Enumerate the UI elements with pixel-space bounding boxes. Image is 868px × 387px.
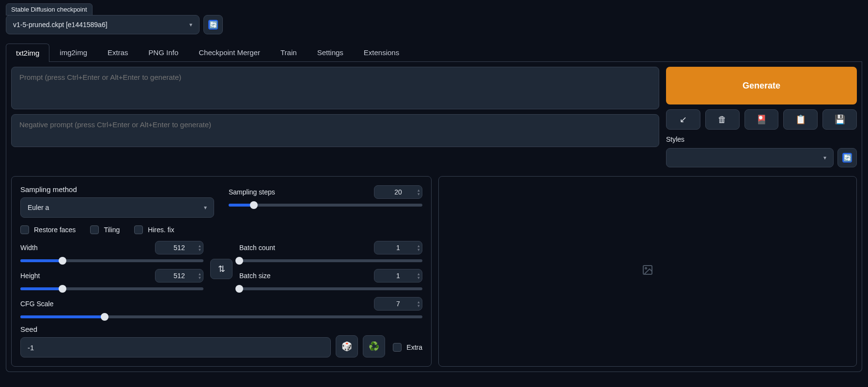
random-seed-button[interactable]: 🎲	[336, 335, 358, 357]
width-input[interactable]: 512 ▴▾	[155, 241, 203, 254]
sampling-method-dropdown[interactable]: Euler a ▾	[20, 197, 214, 218]
refresh-checkpoint-button[interactable]: 🔄	[203, 15, 223, 34]
arrow-icon: ↙	[680, 114, 687, 125]
cfg-scale-input[interactable]: 7 ▴▾	[374, 297, 422, 311]
height-label: Height	[20, 272, 40, 280]
spinner-icon: ▴▾	[418, 244, 420, 252]
chevron-down-icon: ▾	[823, 154, 826, 161]
batch-size-input[interactable]: 1 ▴▾	[374, 269, 422, 283]
tab-extensions[interactable]: Extensions	[354, 43, 409, 61]
generate-button[interactable]: Generate	[666, 67, 857, 104]
spinner-icon: ▴▾	[418, 188, 420, 196]
read-params-button[interactable]: ↙	[666, 109, 700, 130]
refresh-icon: 🔄	[208, 20, 218, 30]
prompt-input[interactable]	[11, 67, 659, 109]
svg-point-1	[645, 268, 647, 269]
clear-prompt-button[interactable]: 🗑	[705, 109, 740, 130]
recycle-icon: ♻️	[369, 341, 379, 352]
checkbox-icon	[393, 343, 402, 352]
show-extra-button[interactable]: 🎴	[744, 109, 779, 130]
batch-count-slider[interactable]	[239, 259, 422, 262]
width-label: Width	[20, 244, 38, 252]
negative-prompt-input[interactable]	[11, 114, 659, 147]
tab-settings[interactable]: Settings	[307, 43, 354, 61]
hires-fix-checkbox[interactable]: Hires. fix	[134, 225, 174, 234]
art-icon: 🎴	[756, 114, 767, 125]
styles-label: Styles	[666, 135, 857, 143]
swap-dimensions-button[interactable]: ⇅	[210, 259, 232, 279]
spinner-icon: ▴▾	[418, 300, 420, 308]
checkbox-icon	[90, 225, 99, 234]
batch-size-slider[interactable]	[239, 287, 422, 290]
batch-size-label: Batch size	[239, 272, 271, 280]
seed-extra-checkbox[interactable]: Extra	[393, 343, 422, 352]
checkpoint-value: v1-5-pruned.ckpt [e1441589a6]	[13, 21, 108, 29]
seed-input[interactable]	[20, 337, 331, 357]
sampling-method-value: Euler a	[28, 204, 49, 211]
refresh-icon: 🔄	[842, 153, 852, 163]
settings-panel: Sampling method Euler a ▾ Sampling steps…	[11, 176, 432, 367]
checkpoint-dropdown[interactable]: v1-5-pruned.ckpt [e1441589a6] ▾	[6, 15, 200, 34]
styles-dropdown[interactable]: ▾	[666, 148, 834, 167]
image-placeholder-icon	[642, 264, 653, 279]
dice-icon: 🎲	[341, 341, 352, 352]
checkbox-icon	[134, 225, 143, 234]
sampling-method-label: Sampling method	[20, 185, 214, 194]
checkbox-icon	[20, 225, 29, 234]
chevron-down-icon: ▾	[189, 21, 192, 28]
height-input[interactable]: 512 ▴▾	[155, 269, 203, 283]
spinner-icon: ▴▾	[199, 244, 201, 252]
sampling-steps-input[interactable]: 20 ▴▾	[374, 185, 422, 199]
tab-img2img[interactable]: img2img	[49, 43, 97, 61]
tiling-checkbox[interactable]: Tiling	[90, 225, 120, 234]
batch-count-label: Batch count	[239, 244, 275, 252]
tab-txt2img[interactable]: txt2img	[6, 44, 49, 62]
spinner-icon: ▴▾	[418, 272, 420, 280]
checkpoint-label: Stable Diffusion checkpoint	[6, 3, 93, 15]
restore-faces-checkbox[interactable]: Restore faces	[20, 225, 76, 234]
tab-train[interactable]: Train	[270, 43, 307, 61]
tab-checkpoint-merger[interactable]: Checkpoint Merger	[188, 43, 270, 61]
sampling-steps-slider[interactable]	[229, 204, 422, 207]
sampling-steps-label: Sampling steps	[229, 188, 275, 196]
apply-style-button[interactable]: 📋	[783, 109, 818, 130]
spinner-icon: ▴▾	[199, 272, 201, 280]
tab-extras[interactable]: Extras	[97, 43, 139, 61]
reuse-seed-button[interactable]: ♻️	[363, 335, 385, 357]
output-panel	[438, 176, 857, 367]
tab-png-info[interactable]: PNG Info	[139, 43, 189, 61]
trash-icon: 🗑	[718, 115, 727, 125]
cfg-scale-label: CFG Scale	[20, 300, 53, 308]
chevron-down-icon: ▾	[204, 204, 207, 211]
seed-label: Seed	[20, 325, 331, 333]
refresh-styles-button[interactable]: 🔄	[837, 148, 857, 167]
swap-icon: ⇅	[218, 264, 225, 274]
width-slider[interactable]	[20, 259, 203, 262]
save-style-button[interactable]: 💾	[822, 109, 857, 130]
cfg-scale-slider[interactable]	[20, 315, 422, 318]
batch-count-input[interactable]: 1 ▴▾	[374, 241, 422, 254]
height-slider[interactable]	[20, 287, 203, 290]
save-icon: 💾	[835, 114, 845, 125]
clipboard-icon: 📋	[795, 114, 806, 125]
main-tabs: txt2img img2img Extras PNG Info Checkpoi…	[6, 43, 862, 62]
